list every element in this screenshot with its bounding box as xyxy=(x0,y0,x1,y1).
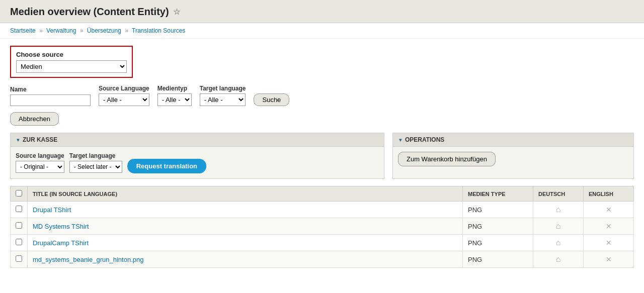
table-header-medien-type: Medien Type xyxy=(463,186,533,202)
zur-kasse-triangle-icon: ▼ xyxy=(16,137,21,143)
breadcrumb: Startseite » Verwaltung » Übersetzung » … xyxy=(0,23,644,39)
row-2-checkbox[interactable] xyxy=(16,222,22,229)
breadcrumb-sep-3: » xyxy=(125,27,128,34)
table-head: Title (in source language) Medien Type D… xyxy=(11,186,634,202)
name-input[interactable] xyxy=(10,94,91,106)
operations-header: ▼ OPERATIONS xyxy=(393,133,633,147)
name-label: Name xyxy=(10,86,91,93)
zur-kasse-target-lang-select[interactable]: - Select later - Deutsch English xyxy=(69,161,122,173)
breadcrumb-sep-1: » xyxy=(39,27,43,34)
row-2-english-cell: ✕ xyxy=(584,218,634,235)
home-icon: ⌂ xyxy=(556,205,561,214)
zum-warenkorb-button[interactable]: Zum Warenkorb hinzufügen xyxy=(398,152,496,166)
request-translation-button[interactable]: Request translation xyxy=(127,159,206,173)
x-icon: ✕ xyxy=(606,239,612,247)
home-icon: ⌂ xyxy=(556,238,561,247)
star-icon[interactable]: ☆ xyxy=(173,7,180,17)
x-icon: ✕ xyxy=(606,206,612,214)
row-4-title-link[interactable]: md_systems_beanie_grun_hinton.png xyxy=(33,256,143,263)
row-4-checkbox[interactable] xyxy=(16,255,22,262)
source-language-label: Source Language xyxy=(99,85,149,92)
row-3-checkbox[interactable] xyxy=(16,239,22,245)
operations-triangle-icon: ▼ xyxy=(398,137,403,143)
panels-row: ▼ ZUR KASSE Source language - Original -… xyxy=(10,133,634,179)
row-4-checkbox-cell xyxy=(11,251,28,268)
row-1-type-cell: PNG xyxy=(463,202,533,218)
row-4-title-cell: md_systems_beanie_grun_hinton.png xyxy=(28,251,463,268)
home-icon: ⌂ xyxy=(556,222,561,231)
zur-kasse-source-lang-group: Source language - Original - Deutsch Eng… xyxy=(16,152,64,173)
filter-target-lang-group: Target language - Alle - Deutsch English xyxy=(200,85,246,106)
row-1-checkbox[interactable] xyxy=(16,206,22,212)
zur-kasse-title: ZUR KASSE xyxy=(23,136,57,143)
page-title-text: Medien overview (Content Entity) xyxy=(10,6,169,18)
breadcrumb-ubersetzung[interactable]: Übersetzung xyxy=(87,27,121,34)
table-header-row: Title (in source language) Medien Type D… xyxy=(11,186,634,202)
medientyp-select[interactable]: - Alle - PNG JPG Video xyxy=(157,93,192,106)
row-2-title-link[interactable]: MD Systems TShirt xyxy=(33,223,89,230)
breadcrumb-current: Translation Sources xyxy=(132,27,185,34)
choose-source-box: Choose source Medien Content Taxonomy Us… xyxy=(10,46,133,78)
table-body: Drupal TShirt PNG ⌂ ✕ MD Systems TShirt … xyxy=(11,202,634,268)
target-language-label: Target language xyxy=(200,85,246,92)
breadcrumb-sep-2: » xyxy=(80,27,84,34)
operations-title: OPERATIONS xyxy=(405,136,444,143)
filter-row: Name Source Language - Alle - Deutsch En… xyxy=(10,85,634,106)
filter-name-group: Name xyxy=(10,86,91,106)
row-3-title-cell: DrupalCamp TShirt xyxy=(28,235,463,251)
choose-source-label: Choose source xyxy=(16,51,127,58)
operations-panel: ▼ OPERATIONS Zum Warenkorb hinzufügen xyxy=(392,133,634,179)
row-2-deutsch-cell: ⌂ xyxy=(533,218,584,235)
page-title: Medien overview (Content Entity) ☆ xyxy=(10,6,634,18)
choose-source-select[interactable]: Medien Content Taxonomy User xyxy=(16,60,127,73)
row-3-english-cell: ✕ xyxy=(584,235,634,251)
table-header-checkbox xyxy=(11,186,28,202)
target-language-select[interactable]: - Alle - Deutsch English xyxy=(200,93,246,106)
abbrechen-button[interactable]: Abbrechen xyxy=(10,112,59,126)
table-row: md_systems_beanie_grun_hinton.png PNG ⌂ … xyxy=(11,251,634,268)
operations-body: Zum Warenkorb hinzufügen xyxy=(393,147,633,171)
table-row: Drupal TShirt PNG ⌂ ✕ xyxy=(11,202,634,218)
page-header: Medien overview (Content Entity) ☆ xyxy=(0,0,644,23)
x-icon: ✕ xyxy=(606,222,612,230)
data-table: Title (in source language) Medien Type D… xyxy=(10,186,634,268)
row-2-type-cell: PNG xyxy=(463,218,533,235)
medientyp-label: Medientyp xyxy=(157,85,192,92)
row-3-title-link[interactable]: DrupalCamp TShirt xyxy=(33,239,89,247)
row-4-english-cell: ✕ xyxy=(584,251,634,268)
filter-medientyp-group: Medientyp - Alle - PNG JPG Video xyxy=(157,85,192,106)
zur-kasse-body: Source language - Original - Deutsch Eng… xyxy=(11,147,384,178)
row-1-title-link[interactable]: Drupal TShirt xyxy=(33,206,71,214)
zur-kasse-header: ▼ ZUR KASSE xyxy=(11,133,384,147)
zur-kasse-target-lang-label: Target language xyxy=(69,152,122,159)
zur-kasse-panel: ▼ ZUR KASSE Source language - Original -… xyxy=(10,133,384,179)
filter-source-lang-group: Source Language - Alle - Deutsch English xyxy=(99,85,149,106)
zur-kasse-source-lang-select[interactable]: - Original - Deutsch English xyxy=(16,161,64,173)
zur-kasse-source-lang-label: Source language xyxy=(16,152,64,159)
row-1-checkbox-cell xyxy=(11,202,28,218)
row-1-english-cell: ✕ xyxy=(584,202,634,218)
row-2-checkbox-cell xyxy=(11,218,28,235)
row-4-deutsch-cell: ⌂ xyxy=(533,251,584,268)
row-3-type-cell: PNG xyxy=(463,235,533,251)
row-2-title-cell: MD Systems TShirt xyxy=(28,218,463,235)
row-1-title-cell: Drupal TShirt xyxy=(28,202,463,218)
search-button[interactable]: Suche xyxy=(254,93,289,106)
table-row: MD Systems TShirt PNG ⌂ ✕ xyxy=(11,218,634,235)
row-3-deutsch-cell: ⌂ xyxy=(533,235,584,251)
row-4-type-cell: PNG xyxy=(463,251,533,268)
zur-kasse-target-lang-group: Target language - Select later - Deutsch… xyxy=(69,152,122,173)
table-header-deutsch: Deutsch xyxy=(533,186,584,202)
main-content: Choose source Medien Content Taxonomy Us… xyxy=(0,39,644,275)
x-icon: ✕ xyxy=(606,255,612,263)
source-language-select[interactable]: - Alle - Deutsch English xyxy=(99,93,149,106)
table-header-title: Title (in source language) xyxy=(28,186,463,202)
home-icon: ⌂ xyxy=(556,255,561,264)
breadcrumb-startseite[interactable]: Startseite xyxy=(10,27,36,34)
breadcrumb-verwaltung[interactable]: Verwaltung xyxy=(46,27,76,34)
table-row: DrupalCamp TShirt PNG ⌂ ✕ xyxy=(11,235,634,251)
row-3-checkbox-cell xyxy=(11,235,28,251)
table-header-english: English xyxy=(584,186,634,202)
select-all-checkbox[interactable] xyxy=(16,190,22,197)
row-1-deutsch-cell: ⌂ xyxy=(533,202,584,218)
